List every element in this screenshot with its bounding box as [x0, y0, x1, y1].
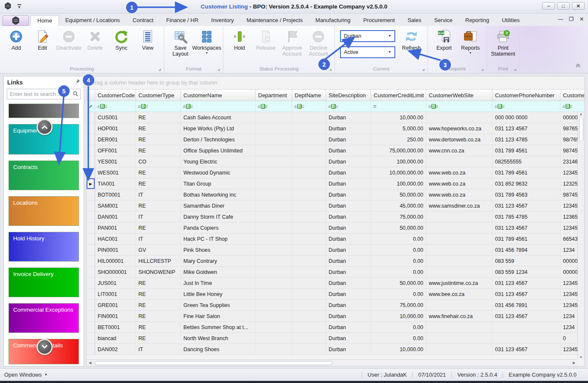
cell[interactable] — [256, 112, 292, 123]
row-indicator[interactable] — [87, 123, 95, 134]
cell[interactable]: Young Electric — [181, 156, 256, 167]
cell[interactable] — [292, 112, 326, 123]
cell[interactable]: 031 456 7894 — [492, 245, 560, 256]
cell[interactable]: 100,000.00 — [371, 178, 426, 189]
cell[interactable]: Hack PC - IT Shop — [181, 234, 256, 245]
cell[interactable]: RE — [136, 300, 181, 311]
cell[interactable] — [256, 123, 292, 134]
cell[interactable]: OFF001 — [95, 145, 136, 156]
cell[interactable] — [256, 322, 292, 333]
row-indicator[interactable] — [87, 267, 95, 278]
cell[interactable]: 50,000.00 — [371, 278, 426, 289]
row-indicator[interactable] — [87, 245, 95, 256]
row-indicator[interactable] — [87, 112, 95, 123]
tab-manufacturing[interactable]: Manufacturing — [309, 15, 357, 26]
cell[interactable]: RE — [136, 333, 181, 344]
cell[interactable]: RE — [136, 322, 181, 333]
row-indicator[interactable] — [87, 200, 95, 211]
tab-service[interactable]: Service — [428, 15, 459, 26]
row-indicator[interactable] — [87, 256, 95, 267]
tab-maintenance-projects[interactable]: Maintenance / Projects — [240, 15, 309, 26]
cell[interactable] — [292, 278, 326, 289]
row-indicator[interactable] — [87, 211, 95, 222]
cell[interactable]: Durban — [326, 344, 371, 355]
cell[interactable] — [426, 344, 492, 355]
cell[interactable] — [256, 256, 292, 267]
filter-cell-sitedescription[interactable]: aBc — [326, 101, 371, 112]
cell[interactable]: RE — [136, 167, 181, 178]
scroll-down-button[interactable] — [37, 339, 53, 355]
cell[interactable] — [292, 245, 326, 256]
minimize-button[interactable]: – — [542, 2, 555, 10]
table-row[interactable]: DER001REDerton / TechnologiesDurban250.0… — [87, 134, 585, 145]
sync-button[interactable]: Sync — [109, 28, 134, 51]
cell[interactable]: Durban — [326, 178, 371, 189]
cell[interactable]: Durban — [326, 112, 371, 123]
cell[interactable] — [426, 322, 492, 333]
cell[interactable]: www.cnn.co.za — [426, 145, 492, 156]
cell[interactable]: HIL000001 — [95, 256, 136, 267]
cell[interactable]: Durban — [326, 167, 371, 178]
cell[interactable]: Durban — [326, 322, 371, 333]
cell[interactable]: RE — [136, 178, 181, 189]
tile-hold-history[interactable]: Hold History — [8, 232, 79, 262]
cell[interactable]: 031 785 4785 — [492, 211, 560, 222]
tab-utilities[interactable]: Utilities — [495, 15, 526, 26]
scroll-arrow-up-icon[interactable]: ▲ — [578, 112, 585, 116]
scroll-arrow-left-icon[interactable]: ◀ — [87, 361, 93, 365]
dialog-launcher-icon[interactable] — [422, 68, 425, 71]
cell[interactable]: SAM001 — [95, 200, 136, 211]
cell[interactable]: 083 559 — [492, 256, 560, 267]
cell[interactable]: Fine Hair Salon — [181, 311, 256, 322]
cell[interactable] — [292, 289, 326, 300]
column-header-customerwebsite[interactable]: CustomerWebSite — [426, 89, 492, 101]
combo-active[interactable]: Active▼ — [340, 46, 395, 58]
filter-cell-deptname[interactable]: aBc — [292, 101, 326, 112]
cell[interactable]: Durban — [326, 234, 371, 245]
table-row[interactable]: PIN0001GVPink ShoesDurban0.00031 456 789… — [87, 245, 585, 256]
tile-invoice-delivery[interactable]: Invoice Delivery — [8, 268, 79, 297]
cell[interactable] — [292, 322, 326, 333]
cell[interactable]: 031 123 4567 — [492, 278, 560, 289]
cell[interactable] — [426, 300, 492, 311]
cell[interactable]: 75,000.00 — [371, 211, 426, 222]
cell[interactable]: IT — [136, 189, 181, 200]
table-row[interactable]: SHO000001SHONGWENIPMike GoldwenDurban0.0… — [87, 267, 585, 278]
cell[interactable]: Dancing Shoes — [181, 344, 256, 355]
cell[interactable]: Durban — [326, 145, 371, 156]
cell[interactable]: 031 789 4561 — [492, 234, 560, 245]
cell[interactable]: 031 456 7891 — [492, 300, 560, 311]
filter-cell-customerwebsite[interactable]: aBc — [426, 101, 492, 112]
tab-procurement[interactable]: Procurement — [357, 15, 401, 26]
cell[interactable]: TIA001 — [95, 178, 136, 189]
row-indicator[interactable] — [87, 333, 95, 344]
search-icon[interactable] — [73, 91, 79, 99]
maximize-button[interactable]: □ — [557, 2, 570, 10]
pin-icon[interactable] — [75, 79, 80, 86]
cell[interactable]: IT — [136, 234, 181, 245]
cell[interactable]: 0.00 — [371, 256, 426, 267]
cell[interactable]: www.samsdiner.co.za — [426, 200, 492, 211]
cell[interactable] — [256, 311, 292, 322]
application-button[interactable] — [3, 15, 29, 26]
cell[interactable] — [426, 256, 492, 267]
cell[interactable]: RE — [136, 289, 181, 300]
tab-inventory[interactable]: Inventory — [205, 15, 240, 26]
table-row[interactable]: PAN001REPanda CopiersDurban50,000.00031 … — [87, 222, 585, 234]
column-header-customertype[interactable]: CustomerType — [136, 89, 181, 101]
table-row[interactable]: DAN001ITDanny Storm IT CafeDurban75,000.… — [87, 211, 585, 222]
row-indicator[interactable] — [87, 222, 95, 234]
cell[interactable]: Bothas Networking inc — [181, 189, 256, 200]
chevron-down-icon[interactable]: ▼ — [385, 31, 394, 41]
tab-reporting[interactable]: Reporting — [459, 15, 495, 26]
cell[interactable]: RE — [136, 200, 181, 211]
cell[interactable]: Durban — [326, 300, 371, 311]
cell[interactable]: CUS001 — [95, 112, 136, 123]
table-row[interactable]: HIL000001HILLCRESTPMary ContraryDurban0.… — [87, 256, 585, 267]
row-indicator[interactable] — [87, 322, 95, 333]
cell[interactable] — [426, 211, 492, 222]
tile-commercial-exceptions[interactable]: Commercial Exceptions — [8, 303, 79, 333]
cell[interactable]: 031 852 9632 — [492, 178, 560, 189]
cell[interactable]: RE — [136, 278, 181, 289]
cell[interactable]: Durban — [326, 211, 371, 222]
